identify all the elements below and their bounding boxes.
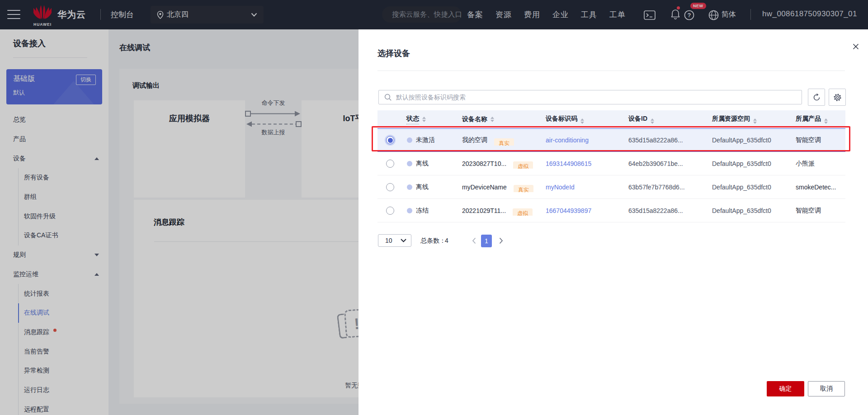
settings-button[interactable] (829, 89, 846, 106)
device-type-tag: 真实 (494, 138, 514, 146)
col-device-name: 设备名称 (462, 115, 487, 123)
resource-space: DefaultApp_635dfct0 (712, 184, 771, 191)
search-icon (384, 94, 392, 101)
sort-icon[interactable] (651, 118, 654, 124)
device-status: 离线 (416, 160, 429, 168)
device-row-4[interactable]: 冻结 20221029T11...虚拟 1667044939897 635d15… (377, 199, 845, 222)
sort-icon[interactable] (753, 118, 757, 124)
product-name: 小熊派 (796, 160, 815, 167)
resource-space: DefaultApp_635dfct0 (712, 160, 771, 167)
device-id: 64eb2b390671be... (628, 160, 683, 167)
device-type-tag: 虚拟 (513, 208, 533, 216)
device-code-link[interactable]: 1667044939897 (546, 207, 591, 214)
col-resource-space: 所属资源空间 (712, 115, 750, 123)
device-code-link[interactable]: 1693144908615 (546, 160, 591, 167)
product-name: 智能空调 (796, 136, 821, 143)
prev-page-button[interactable] (468, 235, 479, 246)
sort-icon[interactable] (422, 117, 426, 122)
cancel-button[interactable]: 取消 (808, 381, 845, 396)
status-dot (407, 161, 412, 166)
resource-space: DefaultApp_635dfct0 (712, 137, 771, 144)
device-code-link[interactable]: air-conditioning (546, 137, 589, 144)
device-name: 我的空调 (462, 136, 487, 144)
confirm-button[interactable]: 确定 (767, 381, 804, 396)
page-size-select[interactable]: 10 (378, 234, 411, 247)
device-status: 未激活 (416, 136, 435, 144)
device-code-link[interactable]: myNodeId (546, 184, 575, 191)
device-row-1[interactable]: 未激活 我的空调真实 air-conditioning 635d15a8222a… (377, 128, 845, 152)
col-device-id: 设备ID (628, 115, 647, 123)
device-id: 635d15a8222a86... (628, 137, 683, 144)
device-name: myDeviceName (462, 184, 507, 191)
sort-icon[interactable] (580, 118, 584, 124)
device-status: 冻结 (416, 207, 429, 215)
chevron-right-icon (499, 237, 503, 244)
product-name: 智能空调 (796, 207, 821, 214)
sort-icon[interactable] (824, 118, 828, 124)
gear-icon (833, 93, 842, 102)
status-dot (407, 208, 412, 213)
col-product: 所属产品 (796, 115, 821, 123)
total-count-label: 总条数： (420, 237, 446, 245)
refresh-button[interactable] (808, 89, 825, 106)
radio-unselected[interactable] (386, 207, 394, 215)
device-id: 63b57fe7b7768d6... (628, 184, 685, 191)
close-icon[interactable] (851, 42, 861, 52)
total-count-value: 4 (445, 237, 448, 244)
device-search-input[interactable] (396, 94, 797, 101)
status-dot (407, 184, 412, 190)
huawei-cloud-console: HUAWEI 华为云 控制台 北京四 搜索云服务、快捷入口 备案 资源 费 (0, 0, 868, 415)
col-node-id: 设备标识码 (546, 115, 577, 123)
current-page-button[interactable]: 1 (481, 235, 492, 247)
chevron-left-icon (472, 237, 476, 244)
device-name: 20230827T10... (462, 160, 506, 167)
resource-space: DefaultApp_635dfct0 (712, 207, 771, 214)
device-row-3[interactable]: 离线 myDeviceName真实 myNodeId 63b57fe7b7768… (377, 175, 845, 199)
device-type-tag: 虚拟 (513, 161, 533, 169)
product-name: smokeDetec... (796, 184, 836, 191)
radio-selected[interactable] (386, 136, 394, 144)
device-table-header: 状态 设备名称 设备标识码 设备ID 所属资源空间 所属产品 (377, 110, 845, 128)
sort-icon[interactable] (491, 117, 494, 122)
chevron-down-icon (401, 239, 406, 242)
refresh-icon (812, 93, 821, 102)
radio-unselected[interactable] (386, 183, 394, 191)
radio-unselected[interactable] (386, 160, 394, 168)
device-type-tag: 真实 (514, 185, 533, 192)
device-status: 离线 (416, 183, 429, 191)
next-page-button[interactable] (495, 235, 506, 246)
device-table: 状态 设备名称 设备标识码 设备ID 所属资源空间 所属产品 未激活 我的空调真… (377, 110, 845, 222)
status-dot (407, 137, 412, 143)
device-name: 20221029T11... (462, 207, 506, 214)
select-device-dialog: 选择设备 (359, 29, 868, 415)
dialog-divider (377, 71, 845, 71)
col-status[interactable]: 状态 (406, 115, 419, 124)
device-search-box[interactable] (378, 90, 802, 104)
device-id: 635d15a8222a86... (628, 207, 683, 214)
page-size-value: 10 (385, 237, 401, 244)
device-row-2[interactable]: 离线 20230827T10...虚拟 1693144908615 64eb2b… (377, 152, 845, 175)
dialog-title: 选择设备 (377, 48, 410, 59)
